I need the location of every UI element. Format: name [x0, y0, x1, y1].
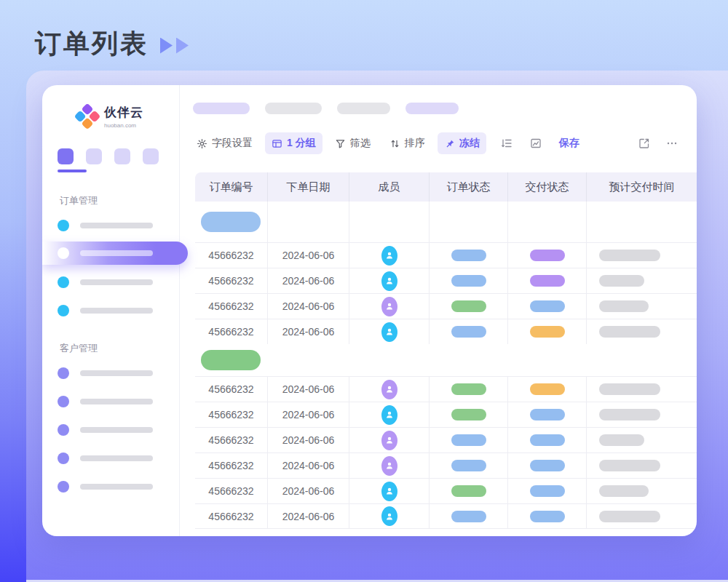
group-header-row — [195, 202, 697, 242]
order-status-cell — [430, 294, 508, 319]
sort-button[interactable]: 排序 — [383, 132, 432, 154]
table-row[interactable]: 456662322024-06-06 — [195, 427, 697, 453]
table-row[interactable]: 456662322024-06-06 — [195, 319, 697, 344]
member-avatar[interactable] — [381, 482, 397, 501]
order-no-cell: 45666232 — [195, 294, 268, 319]
table-row[interactable]: 456662322024-06-06 — [195, 242, 697, 268]
member-avatar[interactable] — [381, 322, 397, 342]
sidebar-item-label-placeholder — [80, 399, 153, 404]
order-no-cell: 45666232 — [195, 402, 268, 427]
group-label-pill[interactable] — [201, 212, 261, 232]
member-avatar[interactable] — [381, 456, 397, 476]
table-row[interactable]: 456662322024-06-06 — [195, 503, 697, 529]
eta-cell — [587, 504, 697, 528]
column-header[interactable]: 成员 — [349, 172, 430, 202]
order-date-cell: 2024-06-06 — [268, 268, 349, 293]
column-header[interactable]: 下单日期 — [268, 172, 349, 202]
table-row[interactable]: 456662322024-06-06 — [195, 402, 697, 427]
sidebar-section: 订单管理 — [42, 194, 179, 322]
view-tab-placeholder[interactable] — [337, 103, 390, 114]
view-tab-placeholder[interactable] — [265, 103, 322, 114]
share-button[interactable] — [638, 137, 650, 149]
group-label-cell — [195, 344, 268, 376]
order-status-pill — [451, 326, 486, 338]
delivery-status-pill — [530, 275, 565, 287]
workspace-tab[interactable] — [114, 148, 130, 164]
order-status-pill — [451, 460, 486, 471]
order-status-pill — [451, 250, 486, 261]
sidebar-item[interactable] — [42, 447, 179, 469]
member-cell — [349, 243, 430, 268]
group-label-pill[interactable] — [201, 350, 261, 370]
workspace-tab[interactable] — [86, 148, 102, 164]
sidebar-item-dot-icon — [58, 276, 69, 288]
group-empty-cell — [587, 344, 697, 376]
gear-icon — [197, 138, 207, 149]
member-avatar[interactable] — [381, 405, 397, 425]
row-height-button[interactable] — [501, 137, 513, 149]
toolbar-button-label: 排序 — [405, 137, 425, 150]
play-icon — [176, 38, 189, 54]
order-date-cell: 2024-06-06 — [268, 504, 349, 528]
group-empty-cell — [508, 344, 587, 376]
sidebar-section-label: 客户管理 — [60, 342, 179, 355]
save-button[interactable]: 保存 — [559, 137, 579, 150]
sidebar-item[interactable] — [42, 300, 179, 322]
toolbar-button-label: 筛选 — [350, 137, 371, 150]
table-row[interactable]: 456662322024-06-06 — [195, 293, 697, 319]
order-date-cell: 2024-06-06 — [268, 319, 349, 344]
group-empty-cell — [349, 202, 430, 242]
member-avatar[interactable] — [381, 271, 397, 291]
more-button[interactable] — [666, 137, 678, 149]
sidebar-item[interactable] — [42, 362, 179, 384]
order-no-cell: 45666232 — [195, 479, 268, 503]
field-settings-button[interactable]: 字段设置 — [190, 132, 259, 154]
eta-cell — [587, 479, 697, 503]
table-row[interactable]: 456662322024-06-06 — [195, 453, 697, 478]
eta-cell — [587, 377, 697, 402]
table-row[interactable]: 456662322024-06-06 — [195, 376, 697, 402]
table-group: 456662322024-06-06456662322024-06-064566… — [195, 202, 697, 344]
order-no-cell: 45666232 — [195, 453, 268, 478]
view-tab-placeholder[interactable] — [405, 103, 459, 114]
workspace-tab[interactable] — [58, 148, 74, 164]
freeze-button[interactable]: 冻结 — [438, 132, 486, 154]
sidebar-item[interactable] — [42, 419, 179, 441]
brand-logo: 伙伴云 huoban.com — [42, 104, 179, 129]
column-header[interactable]: 订单状态 — [430, 172, 508, 202]
table-row[interactable]: 456662322024-06-06 — [195, 268, 697, 293]
sidebar-item[interactable] — [42, 391, 179, 412]
table-header-row: 订单编号下单日期成员订单状态交付状态预计交付时间 — [195, 172, 697, 202]
member-avatar[interactable] — [381, 246, 397, 266]
member-avatar[interactable] — [381, 506, 397, 526]
filter-button[interactable]: 筛选 — [328, 132, 377, 154]
member-avatar[interactable] — [381, 431, 397, 450]
workspace-tab[interactable] — [143, 148, 159, 164]
order-status-cell — [430, 319, 508, 344]
column-header[interactable]: 订单编号 — [195, 172, 268, 202]
sidebar-item-dot-icon — [58, 220, 69, 231]
sidebar-item[interactable] — [42, 476, 179, 498]
sidebar-item[interactable] — [42, 215, 179, 236]
sidebar-item[interactable] — [42, 271, 179, 293]
main-panel: 字段设置1 分组筛选排序冻结 保存 订单编号下单日期成员订单状态交付状态预计交付… — [180, 85, 697, 536]
member-cell — [349, 319, 430, 344]
table-row[interactable]: 456662322024-06-06 — [195, 478, 697, 503]
page-title-text: 订单列表 — [35, 26, 149, 62]
member-avatar[interactable] — [381, 297, 397, 316]
group-empty-cell — [508, 202, 587, 242]
delivery-status-cell — [508, 294, 587, 319]
delivery-status-pill — [530, 485, 565, 497]
order-date-cell: 2024-06-06 — [268, 243, 349, 268]
chart-button[interactable] — [530, 137, 542, 149]
member-avatar[interactable] — [381, 380, 397, 399]
group-button[interactable]: 1 分组 — [265, 132, 323, 154]
eta-cell — [587, 294, 697, 319]
column-header[interactable]: 交付状态 — [508, 172, 587, 202]
toolbar: 字段设置1 分组筛选排序冻结 保存 — [180, 131, 697, 156]
view-tab-placeholder[interactable] — [193, 103, 250, 114]
order-no-cell: 45666232 — [195, 319, 268, 344]
order-status-pill — [451, 383, 486, 395]
column-header[interactable]: 预计交付时间 — [587, 172, 697, 202]
sidebar-item[interactable] — [42, 242, 188, 265]
